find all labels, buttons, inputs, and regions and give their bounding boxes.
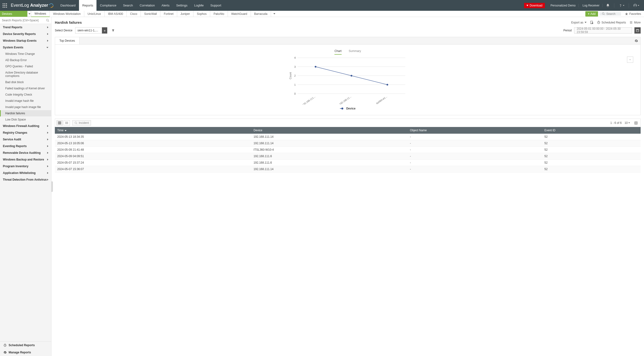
subnav-windows-workstation[interactable]: Windows Workstation <box>50 11 84 17</box>
svg-text:2: 2 <box>294 74 296 77</box>
subnav-windows[interactable]: Windows <box>31 11 50 17</box>
tree-group-application-whitelisting[interactable]: Application Whitelisting <box>0 170 51 176</box>
grid-view-button[interactable] <box>56 120 63 126</box>
subnav-watchguard[interactable]: WatchGuard <box>228 11 251 17</box>
export-as-button[interactable]: Export as <box>571 21 586 24</box>
columns-button[interactable] <box>633 120 639 126</box>
svg-line-15 <box>48 21 49 22</box>
manage-reports-label: Manage Reports <box>8 351 31 354</box>
tree-item-windows-time-change[interactable]: Windows Time Change <box>0 51 51 57</box>
tree-group-removable-device-auditing[interactable]: Removable Device Auditing <box>0 150 51 156</box>
tree-item-bad-disk-block[interactable]: Bad disk block <box>0 79 51 85</box>
cell-time: 2024-05-13 18:34:35 <box>55 134 251 140</box>
calendar-button[interactable] <box>634 27 641 34</box>
table-row[interactable]: 2024-05-07 15:37:24192.168.111.6-52 <box>55 160 641 166</box>
help-icon[interactable] <box>616 4 627 8</box>
more-button[interactable]: More <box>630 21 641 24</box>
tree-group-threat-detection-from-antivirus[interactable]: Threat Detection From Antivirus <box>0 176 51 183</box>
global-search-placeholder: Search <box>606 12 616 16</box>
tree-group-windows-startup-events[interactable]: Windows Startup Events <box>0 37 51 44</box>
subnav-cisco[interactable]: Cisco <box>127 11 141 17</box>
tree-group-system-events[interactable]: System Events <box>0 44 51 51</box>
incident-button[interactable]: Incident <box>72 120 91 126</box>
tree-group-eventlog-reports[interactable]: Eventlog Reports <box>0 143 51 150</box>
sub-nav-more[interactable] <box>271 11 278 17</box>
subnav-barracuda[interactable]: Barracuda <box>251 11 271 17</box>
tree-group-registry-changes[interactable]: Registry Changes <box>0 129 51 136</box>
personalized-demo-link[interactable]: Personalized Demo <box>548 4 579 7</box>
tab-top-devices[interactable]: Top Devices <box>55 37 80 44</box>
search-reports-input[interactable] <box>0 17 44 24</box>
nav-support[interactable]: Support <box>207 0 225 11</box>
table-row[interactable]: 2024-05-09 21:41:48ITSL360-W10-4-52 <box>55 147 641 153</box>
bell-icon[interactable] <box>604 4 612 8</box>
subnav-sophos[interactable]: Sophos <box>194 11 210 17</box>
tree-item-code-integrity-check[interactable]: Code Integrity Check <box>0 92 51 98</box>
apps-grid-icon[interactable] <box>0 0 10 11</box>
devices-dropdown[interactable]: Devices <box>0 11 31 17</box>
manage-reports-link[interactable]: Manage Reports <box>0 349 51 356</box>
search-icon[interactable] <box>44 19 51 22</box>
inner-tab-chart[interactable]: Chart <box>334 49 342 55</box>
subnav-ibm-as-400[interactable]: IBM AS/400 <box>104 11 127 17</box>
nav-search[interactable]: Search <box>120 0 136 11</box>
col-device[interactable]: Device <box>251 127 408 134</box>
favorites-button[interactable]: Favorites <box>622 11 644 17</box>
chart-legend: Device <box>288 107 408 110</box>
scheduled-reports-link[interactable]: Scheduled Reports <box>0 342 51 349</box>
tree-group-device-severity-reports[interactable]: Device Severity Reports <box>0 31 51 37</box>
tree-item-ad-backup-error[interactable]: AD Backup Error <box>0 57 51 63</box>
log-receiver-link[interactable]: Log Receiver <box>580 4 602 7</box>
col-time[interactable]: Time <box>55 127 251 134</box>
subnav-unix-linux[interactable]: Unix/Linux <box>84 11 104 17</box>
table-row[interactable]: 2024-05-13 18:34:35192.168.111.14-52 <box>55 134 641 140</box>
add-button[interactable]: +Add <box>585 11 598 17</box>
device-select[interactable]: siem-win11-1,SIEM-W... <box>75 27 102 34</box>
add-device-button[interactable]: + <box>102 27 107 34</box>
tree-group-service-audit[interactable]: Service Audit <box>0 136 51 143</box>
nav-alerts[interactable]: Alerts <box>158 0 173 11</box>
nav-dashboard[interactable]: Dashboard <box>57 0 79 11</box>
tree-item-gpo-queries-failed[interactable]: GPO Queries - Failed <box>0 63 51 70</box>
list-view-button[interactable] <box>64 120 70 126</box>
scheduled-reports-button[interactable]: Scheduled Reports <box>597 21 626 24</box>
table-row[interactable]: 2024-05-07 15:36:07192.168.111.14-52 <box>55 166 641 172</box>
inner-tab-summary[interactable]: Summary <box>349 49 361 55</box>
svg-point-43 <box>75 122 77 124</box>
chart-card: Top Devices ChartSummary 01234Count192.1… <box>55 37 641 115</box>
nav-logme[interactable]: LogMe <box>191 0 207 11</box>
col-event-id[interactable]: Event ID <box>542 127 641 134</box>
nav-reports[interactable]: Reports <box>79 0 97 11</box>
user-icon[interactable] <box>631 4 642 8</box>
tree-group-trend-reports[interactable]: Trend Reports <box>0 24 51 31</box>
tree-group-program-inventory[interactable]: Program Inventory <box>0 163 51 170</box>
global-search[interactable]: Search <box>600 12 621 16</box>
page-size-select[interactable]: 10 <box>624 121 630 125</box>
col-object-name[interactable]: Object Name <box>408 127 542 134</box>
nav-compliance[interactable]: Compliance <box>96 0 120 11</box>
period-input[interactable]: 2024-05-01 00:00:00 - 2024-05-30 23:59:5… <box>574 27 632 34</box>
nav-settings[interactable]: Settings <box>173 0 191 11</box>
subnav-sonicwall[interactable]: SonicWall <box>141 11 160 17</box>
sidebar-collapse-handle[interactable] <box>51 181 53 192</box>
tree-item-active-directory-database-corruptions[interactable]: Active Directory database corruptions <box>0 70 51 79</box>
chart-expand-button[interactable] <box>627 57 633 63</box>
tree-item-invalid-page-hash-image-file[interactable]: Invalid page hash image file <box>0 104 51 110</box>
filter-button[interactable] <box>110 27 116 34</box>
export-settings-button[interactable] <box>590 21 594 24</box>
subnav-fortinet[interactable]: Fortinet <box>160 11 177 17</box>
subnav-paloalto[interactable]: PaloAlto <box>210 11 228 17</box>
tree-group-windows-backup-and-restore[interactable]: Windows Backup and Restore <box>0 156 51 163</box>
card-settings-button[interactable] <box>632 39 640 43</box>
table-row[interactable]: 2024-05-09 04:09:51192.168.111.6-52 <box>55 153 641 160</box>
logo[interactable]: EventLog Analyzer <box>10 0 57 11</box>
nav-correlation[interactable]: Correlation <box>136 0 158 11</box>
download-button[interactable]: Download <box>524 3 545 8</box>
tree-group-windows-firewall-auditing[interactable]: Windows Firewall Auditing <box>0 123 51 129</box>
tree-item-invalid-image-hash-file[interactable]: Invalid image hash file <box>0 98 51 104</box>
tree-item-low-disk-space[interactable]: Low Disk Space <box>0 116 51 123</box>
subnav-juniper[interactable]: Juniper <box>177 11 194 17</box>
tree-item-failed-loadings-of-kernel-driver[interactable]: Failed loadings of Kernel driver <box>0 85 51 92</box>
tree-item-hardisk-failures[interactable]: Hardisk failures <box>0 110 51 116</box>
table-row[interactable]: 2024-05-13 16:05:06192.168.111.14-52 <box>55 140 641 147</box>
